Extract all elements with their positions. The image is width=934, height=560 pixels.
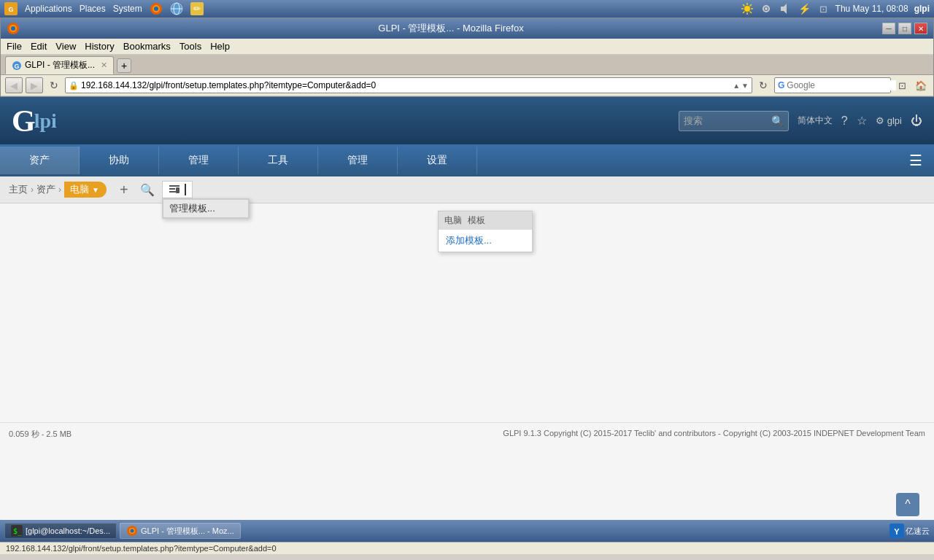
breadcrumb-assets[interactable]: 资产 bbox=[36, 183, 55, 196]
taskbar-right: ⚡ ⊡ Thu May 11, 08:08 glpi bbox=[741, 2, 930, 15]
menu-file[interactable]: File bbox=[7, 41, 22, 52]
performance-info: 0.059 秒 - 2.5 MB bbox=[9, 429, 72, 440]
svg-rect-32 bbox=[169, 188, 175, 190]
scroll-to-top-button[interactable]: ^ bbox=[896, 493, 919, 516]
firefox-taskbar-icon bbox=[126, 525, 138, 537]
tab-label: GLPI - 管理模板... bbox=[25, 59, 95, 71]
svg-line-17 bbox=[749, 4, 752, 7]
home-button[interactable]: 🏠 bbox=[913, 77, 929, 93]
status-url: 192.168.144.132/glpi/front/setup.templat… bbox=[6, 544, 277, 553]
svg-text:⊡: ⊡ bbox=[819, 4, 827, 15]
address-input[interactable] bbox=[81, 80, 730, 90]
add-item-button[interactable]: + bbox=[115, 181, 133, 198]
help-icon[interactable]: ? bbox=[841, 114, 848, 128]
new-tab-button[interactable]: + bbox=[117, 58, 131, 73]
svg-point-28 bbox=[11, 26, 15, 31]
settings-icon bbox=[760, 2, 773, 15]
nav-settings[interactable]: 设置 bbox=[398, 147, 477, 174]
screenshot-button[interactable]: ⊡ bbox=[894, 77, 910, 93]
go-button[interactable]: ↻ bbox=[755, 77, 771, 93]
browser-tab[interactable]: G GLPI - 管理模板... ✕ bbox=[5, 56, 114, 74]
breadcrumb-arrow: ▼ bbox=[92, 186, 99, 194]
places-menu[interactable]: Places bbox=[80, 4, 106, 14]
forward-button[interactable]: ▶ bbox=[26, 77, 43, 93]
language-selector[interactable]: 简体中文 bbox=[798, 114, 833, 127]
search-button[interactable]: 🔍 bbox=[771, 115, 784, 127]
manage-templates-button[interactable] bbox=[162, 181, 193, 198]
google-search-input[interactable] bbox=[787, 80, 896, 90]
back-button[interactable]: ◀ bbox=[5, 77, 23, 93]
popup-manage-btn[interactable]: 管理模板... bbox=[163, 199, 249, 218]
glpi-logo: G lpi bbox=[12, 106, 57, 136]
menu-view[interactable]: View bbox=[55, 41, 76, 52]
logo-lpi: lpi bbox=[34, 109, 57, 133]
template-selection-popup: 电脑 模板 添加模板... bbox=[438, 211, 533, 252]
taskbar-bottom-right: Y 亿速云 bbox=[889, 524, 930, 538]
search-bar[interactable]: G bbox=[774, 77, 891, 93]
tab-close[interactable]: ✕ bbox=[101, 61, 107, 70]
menu-edit[interactable]: Edit bbox=[31, 41, 47, 52]
global-search-input[interactable] bbox=[684, 115, 771, 126]
favorites-icon[interactable]: ☆ bbox=[857, 114, 867, 128]
browser-titlebar: GLPI - 管理模板... - Mozilla Firefox ─ □ ✕ bbox=[1, 18, 933, 39]
nav-manage1[interactable]: 管理 bbox=[159, 147, 239, 174]
svg-text:$_: $_ bbox=[13, 527, 23, 536]
menu-bookmarks[interactable]: Bookmarks bbox=[123, 41, 171, 52]
terminal-taskbar-item[interactable]: $_ [glpi@localhost:~/Des... bbox=[4, 523, 117, 539]
nav-assist[interactable]: 协助 bbox=[80, 147, 159, 174]
menu-history[interactable]: History bbox=[85, 41, 114, 52]
chevron-down-icon: ▼ bbox=[741, 82, 749, 90]
breadcrumb-sep1: › bbox=[31, 184, 34, 195]
window-controls[interactable]: ─ □ ✕ bbox=[882, 23, 927, 34]
popup-col1: 电脑 bbox=[444, 214, 462, 227]
popup-manage-label: 管理模板... bbox=[169, 202, 215, 215]
browser-window: GLPI - 管理模板... - Mozilla Firefox ─ □ ✕ F… bbox=[0, 18, 934, 97]
svg-point-21 bbox=[765, 7, 768, 10]
templates-dropdown-popup: 管理模板... bbox=[162, 198, 250, 219]
nav-tools[interactable]: 工具 bbox=[239, 147, 318, 174]
nav-assets[interactable]: 资产 bbox=[0, 147, 80, 174]
popup-header: 电脑 模板 bbox=[439, 211, 532, 230]
globe-icon bbox=[170, 2, 183, 15]
close-button[interactable]: ✕ bbox=[914, 23, 927, 34]
svg-text:G: G bbox=[8, 6, 13, 13]
nav-manage2[interactable]: 管理 bbox=[318, 147, 398, 174]
svg-text:✏: ✏ bbox=[193, 4, 201, 14]
username: glpi bbox=[914, 4, 930, 14]
maximize-button[interactable]: □ bbox=[898, 23, 911, 34]
menu-tools[interactable]: Tools bbox=[180, 41, 201, 52]
browser-menubar: File Edit View History Bookmarks Tools H… bbox=[1, 39, 933, 55]
menu-help[interactable]: Help bbox=[210, 41, 230, 52]
address-bar[interactable]: 🔒 ▲ ▼ bbox=[65, 77, 752, 93]
browser-taskbar-label: GLPI - 管理模板... - Moz... bbox=[141, 526, 234, 537]
terminal-label: [glpi@localhost:~/Des... bbox=[26, 526, 110, 535]
system-menu[interactable]: System bbox=[113, 4, 142, 14]
add-template-link[interactable]: 添加模板... bbox=[439, 230, 532, 252]
user-area[interactable]: ⚙ glpi bbox=[876, 115, 902, 126]
search-item-button[interactable]: 🔍 bbox=[139, 181, 156, 198]
svg-line-16 bbox=[749, 12, 752, 14]
header-right: 🔍 简体中文 ? ☆ ⚙ glpi ⏻ bbox=[679, 111, 922, 131]
hamburger-menu[interactable]: ☰ bbox=[898, 144, 934, 176]
svg-point-10 bbox=[744, 6, 750, 12]
address-arrows: ▲ ▼ bbox=[733, 82, 749, 90]
svg-point-4 bbox=[154, 7, 158, 11]
breadcrumb-bar: 主页 › 资产 › 电脑 ▼ + 🔍 bbox=[0, 176, 934, 203]
minimize-button[interactable]: ─ bbox=[882, 23, 895, 34]
copyright-info: GLPI 9.1.3 Copyright (C) 2015-2017 Tecli… bbox=[503, 429, 925, 440]
apps-menu[interactable]: Applications bbox=[25, 4, 72, 14]
breadcrumb-actions: + 🔍 管理模板... bbox=[115, 181, 193, 198]
breadcrumb-home[interactable]: 主页 bbox=[9, 183, 28, 196]
reload-button[interactable]: ↻ bbox=[46, 77, 62, 93]
popup-col2: 模板 bbox=[468, 214, 485, 227]
browser-taskbar-item[interactable]: GLPI - 管理模板... - Moz... bbox=[120, 523, 241, 539]
os-taskbar-bottom: $_ [glpi@localhost:~/Des... GLPI - 管理模板.… bbox=[0, 520, 934, 542]
weather-icon bbox=[741, 2, 754, 15]
glpi-header: G lpi 🔍 简体中文 ? ☆ ⚙ glpi ⏻ bbox=[0, 97, 934, 144]
edit-icon: ✏ bbox=[190, 2, 204, 15]
yisu-label: 亿速云 bbox=[906, 526, 930, 537]
template-icon bbox=[169, 184, 180, 195]
breadcrumb-current-label: 电脑 bbox=[70, 183, 89, 196]
search-box[interactable]: 🔍 bbox=[679, 111, 789, 131]
power-icon[interactable]: ⏻ bbox=[911, 114, 922, 128]
